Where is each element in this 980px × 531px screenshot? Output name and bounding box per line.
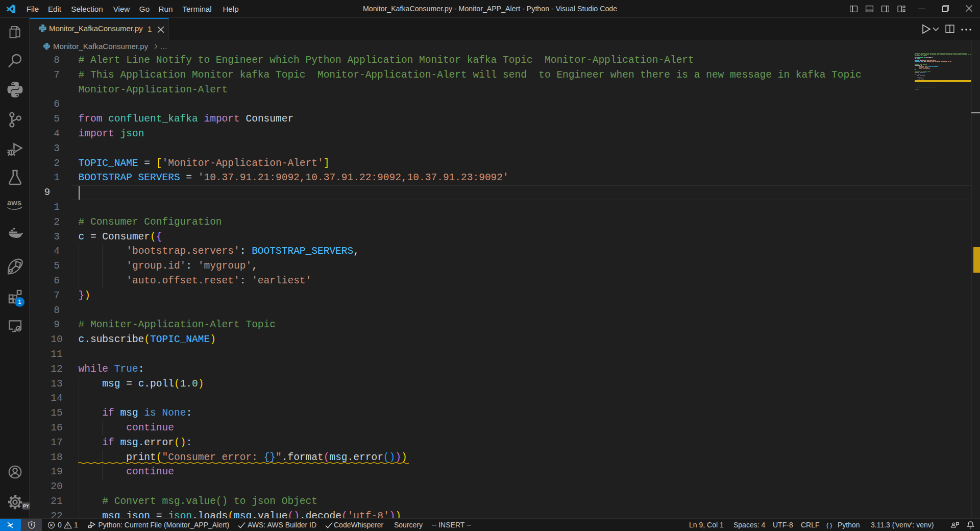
svg-text:{ }: { }	[826, 522, 832, 529]
svg-text:aws: aws	[7, 199, 21, 207]
